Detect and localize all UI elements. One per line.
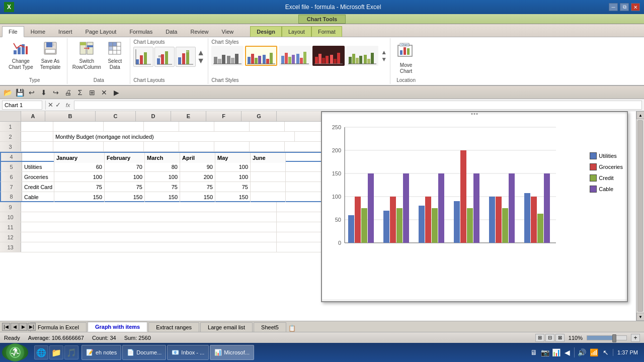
chart-layout-1[interactable] xyxy=(133,47,153,67)
change-chart-type-btn[interactable]: ChangeChart Type xyxy=(6,39,36,72)
sheet-next-btn[interactable]: ▶ xyxy=(19,323,27,331)
cell-g7[interactable] xyxy=(251,182,286,192)
zoom-handle[interactable] xyxy=(612,334,616,342)
cell-b8[interactable]: 150 xyxy=(54,192,105,202)
cell-c4[interactable]: February xyxy=(105,153,145,163)
cell-f4[interactable]: May xyxy=(215,153,251,163)
cell-b7[interactable]: 75 xyxy=(54,182,105,192)
cell-d5[interactable]: 80 xyxy=(145,162,180,172)
taskbar-ie-icon[interactable]: 🌐 xyxy=(34,345,48,359)
taskbar-word-btn[interactable]: 📄 Docume... xyxy=(122,345,166,360)
cell-e6[interactable]: 200 xyxy=(180,172,215,182)
sheet-last-btn[interactable]: ▶| xyxy=(28,323,36,331)
sheet-prev-btn[interactable]: ◀ xyxy=(11,323,19,331)
cell-f7[interactable]: 75 xyxy=(215,182,251,192)
cell-row13[interactable] xyxy=(21,242,277,252)
cell-a7[interactable]: Credit Card xyxy=(22,182,54,192)
cell-b1[interactable] xyxy=(53,122,104,132)
cell-d8[interactable]: 150 xyxy=(145,192,180,202)
tab-formulas[interactable]: Formulas xyxy=(123,26,159,37)
tray-volume-icon[interactable]: 🔊 xyxy=(577,347,587,357)
qa-open[interactable]: 📂 xyxy=(2,87,13,98)
chart-layout-scroll-down[interactable]: ▼ xyxy=(197,57,205,65)
cell-c1[interactable] xyxy=(104,122,144,132)
cell-e4[interactable]: April xyxy=(180,153,215,163)
select-data-btn[interactable]: SelectData xyxy=(104,39,126,72)
switch-row-column-btn[interactable]: SwitchRow/Column xyxy=(71,39,102,72)
save-as-template-btn[interactable]: Save AsTemplate xyxy=(38,39,63,72)
tray-arrow-icon[interactable]: ◀ xyxy=(562,347,572,357)
normal-view-btn[interactable]: ⊞ xyxy=(535,334,544,342)
chart-layout-scroll-up[interactable]: ▲ xyxy=(197,49,205,57)
taskbar-inbox-btn[interactable]: 📧 Inbox - ... xyxy=(167,345,209,360)
qa-redo[interactable]: ↪ xyxy=(50,87,61,98)
page-view-btn[interactable]: ⊟ xyxy=(545,334,554,342)
cell-b3[interactable] xyxy=(53,142,104,152)
cell-a2[interactable] xyxy=(21,132,53,142)
sheet-tab-sheet5[interactable]: Sheet5 xyxy=(254,322,286,332)
cell-g1[interactable] xyxy=(250,122,285,132)
col-header-c[interactable]: C xyxy=(96,111,136,121)
sheet-tab-formula[interactable]: Formula in Excel xyxy=(30,322,87,332)
qa-sort[interactable]: ⊞ xyxy=(87,87,98,98)
cell-b5[interactable]: 60 xyxy=(54,162,105,172)
scroll-up-btn[interactable]: ▲ xyxy=(636,111,644,119)
tray-cam-icon[interactable]: 📷 xyxy=(540,347,550,357)
col-header-d[interactable]: D xyxy=(136,111,171,121)
sheet-scroll-icon[interactable]: 📋 xyxy=(288,325,296,332)
cell-row10[interactable] xyxy=(21,212,277,222)
tab-home[interactable]: Home xyxy=(24,26,52,37)
scroll-thumb[interactable] xyxy=(637,120,643,312)
cell-g5[interactable] xyxy=(251,162,286,172)
sheet-first-btn[interactable]: |◀ xyxy=(2,323,10,331)
cell-b4[interactable]: January xyxy=(54,153,105,163)
taskbar-excel-btn[interactable]: 📊 Microsof... xyxy=(210,345,254,360)
cancel-formula-btn[interactable]: ✕ xyxy=(47,101,54,109)
col-header-a[interactable]: A xyxy=(21,111,45,121)
cell-row12[interactable] xyxy=(21,232,277,242)
cell-g4[interactable]: June xyxy=(251,153,286,163)
vertical-scrollbar[interactable]: ▲ ▼ xyxy=(636,111,644,321)
chart-style-scroll-down[interactable]: ▼ xyxy=(381,56,387,63)
cell-d3[interactable] xyxy=(144,142,179,152)
cell-g3[interactable] xyxy=(250,142,285,152)
chart-layout-2[interactable]: 60 xyxy=(154,47,175,67)
cell-a8[interactable]: Cable xyxy=(22,192,54,202)
tab-view[interactable]: View xyxy=(215,26,240,37)
cell-f5[interactable]: 100 xyxy=(215,162,251,172)
cell-c3[interactable] xyxy=(104,142,144,152)
move-chart-btn[interactable]: Chart 1 MoveChart xyxy=(394,39,418,76)
cell-c8[interactable]: 150 xyxy=(105,192,145,202)
qa-save[interactable]: 💾 xyxy=(14,87,25,98)
chart-style-1[interactable] xyxy=(211,46,244,66)
restore-btn[interactable]: ⧉ xyxy=(620,3,629,11)
chart-resize-bottom[interactable] xyxy=(322,299,627,301)
cell-g8[interactable] xyxy=(251,192,286,202)
formula-input[interactable] xyxy=(74,101,642,110)
cell-b2-title[interactable]: Monthly Budget (mortgage not included) xyxy=(53,132,295,142)
qa-print[interactable]: 🖨 xyxy=(62,87,73,98)
tab-file[interactable]: File xyxy=(2,26,24,37)
cell-c5[interactable]: 70 xyxy=(105,162,145,172)
zoom-in-btn[interactable]: + xyxy=(631,334,640,342)
col-header-g[interactable]: G xyxy=(242,111,277,121)
close-btn[interactable]: ✕ xyxy=(631,3,640,11)
cell-row9[interactable] xyxy=(21,202,277,212)
cell-e3[interactable] xyxy=(179,142,214,152)
cell-a5[interactable]: Utilities xyxy=(22,162,54,172)
chart-container[interactable]: 250 200 150 100 50 0 xyxy=(321,111,628,302)
cell-c6[interactable]: 100 xyxy=(105,172,145,182)
cell-e1[interactable] xyxy=(179,122,214,132)
cell-d1[interactable] xyxy=(144,122,179,132)
cell-f1[interactable] xyxy=(214,122,250,132)
cell-b6[interactable]: 100 xyxy=(54,172,105,182)
cell-e8[interactable]: 150 xyxy=(180,192,215,202)
tab-format[interactable]: Format xyxy=(311,26,342,37)
col-header-e[interactable]: E xyxy=(171,111,206,121)
start-button[interactable] xyxy=(2,344,28,361)
taskbar-notes-btn[interactable]: 📝 eh notes xyxy=(82,345,121,360)
chart-style-4[interactable] xyxy=(312,46,345,66)
cell-a4[interactable] xyxy=(22,153,54,163)
chart-layout-3[interactable]: Title xyxy=(176,47,196,67)
zoom-slider[interactable] xyxy=(587,335,627,340)
